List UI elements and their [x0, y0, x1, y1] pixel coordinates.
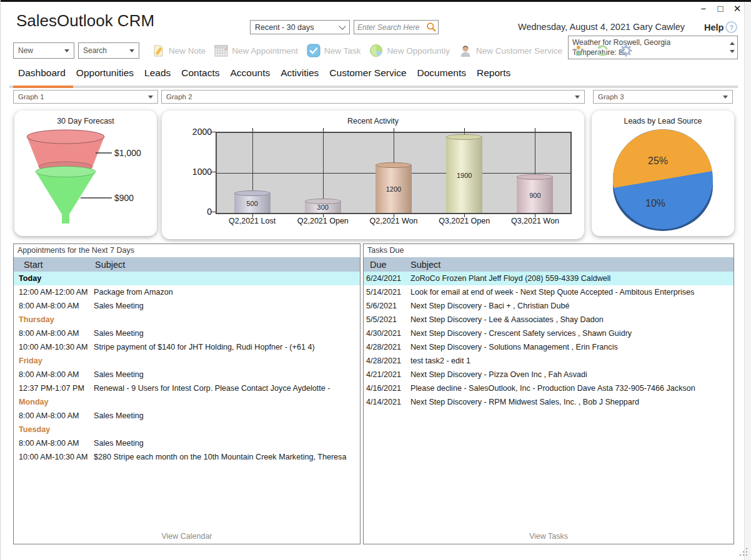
task-row[interactable]: 4/14/2021Next Step Discovery - RPM Midwe… [364, 395, 734, 409]
graph2-selector[interactable]: Graph 2 [161, 90, 585, 104]
task-row[interactable]: 4/21/2021Next Step Discovery - Pizza Ove… [364, 368, 734, 381]
recent-filter-dropdown[interactable]: Recent - 30 days [250, 20, 350, 34]
appointment-row[interactable]: 10:00 AM-10:30 AMStripe payment of $140 … [14, 340, 360, 354]
tab-reports[interactable]: Reports [477, 67, 510, 79]
new-dropdown[interactable]: New [13, 42, 74, 59]
toolbar: New Search New NoteNew AppointmentNew Ta… [13, 41, 633, 60]
new-task-button[interactable]: New Task [307, 44, 361, 57]
task-row[interactable]: 4/30/2021Next Step Discovery - Crescent … [364, 327, 734, 340]
task-subject: Next Step Discovery - RPM Midwest Sales,… [410, 398, 639, 406]
svg-text:25%: 25% [648, 155, 668, 166]
tab-customer-service[interactable]: Customer Service [329, 67, 406, 79]
appointment-start: 8:00 AM-8:00 AM [14, 370, 94, 379]
minimize-button[interactable]: − [698, 3, 709, 14]
graph1-selector[interactable]: Graph 1 [13, 90, 158, 104]
task-row[interactable]: 5/6/2021Next Step Discovery - Baci + , C… [364, 299, 734, 313]
task-row[interactable]: 6/24/2021ZoRoCo Frozen Plant Jeff Floyd … [364, 272, 734, 285]
bar-value-label: 500 [234, 200, 271, 207]
refresh-icon[interactable] [595, 44, 610, 57]
maximize-button[interactable]: □ [715, 3, 726, 14]
window-top-edge [1, 0, 751, 2]
tab-leads[interactable]: Leads [144, 67, 171, 79]
tab-accounts[interactable]: Accounts [230, 67, 270, 79]
group-icon[interactable] [572, 44, 585, 57]
bar-chart-title: Recent Activity [162, 117, 584, 125]
tasks-panel: Tasks Due Due Subject 6/24/2021ZoRoCo Fr… [363, 243, 734, 544]
appointment-row[interactable]: 8:00 AM-8:00 AMSales Meeting [14, 368, 360, 381]
gear-icon[interactable] [619, 44, 633, 57]
appointment-row[interactable]: 8:00 AM-8:00 AMSales Meeting [14, 299, 360, 313]
search-dropdown[interactable]: Search [78, 42, 139, 59]
pie-chart: 25% 10% [602, 128, 724, 237]
appointment-day-row[interactable]: Today [14, 272, 360, 285]
appointment-day-row[interactable]: Tuesday [14, 423, 360, 436]
appointment-row[interactable]: 10:00 AM-10:30 AM$280 Stripe each month … [14, 450, 360, 464]
scroll-down-icon[interactable] [730, 50, 735, 53]
bar-q3-2021-open: 1900 [446, 137, 482, 213]
appointment-start: 10:00 AM-10:30 AM [14, 453, 94, 461]
scroll-up-icon[interactable] [730, 42, 735, 45]
appointment-day-row[interactable]: Thursday [14, 313, 360, 327]
resize-grip[interactable] [740, 548, 749, 557]
appointment-day-row[interactable]: Monday [14, 395, 360, 409]
view-tasks-link[interactable]: View Tasks [364, 532, 734, 541]
app-title: SalesOutlook CRM [16, 11, 154, 31]
task-row[interactable]: 5/5/2021Next Step Discovery - Lee & Aass… [364, 313, 734, 327]
new-opportuntiy-button[interactable]: New Opportuntiy [369, 44, 450, 57]
column-due[interactable]: Due [364, 260, 410, 270]
y-axis-label: 2000 [186, 127, 212, 137]
svg-text:$900: $900 [114, 193, 134, 203]
column-start[interactable]: Start [14, 260, 95, 270]
bar-category-label: Q3,2021 Won [494, 217, 575, 225]
column-subject[interactable]: Subject [95, 260, 125, 270]
appointment-row[interactable]: 12:00 AM-12:00 AMPackage from Amazon [14, 285, 360, 299]
help-button[interactable]: Help ? [704, 21, 737, 33]
appointment-row[interactable]: 8:00 AM-8:00 AMSales Meeting [14, 409, 360, 423]
pie-chart-title: Leads by Lead Source [592, 117, 734, 125]
search-box [354, 20, 439, 34]
tab-contacts[interactable]: Contacts [181, 67, 219, 79]
search-input[interactable] [354, 23, 426, 32]
column-subject[interactable]: Subject [410, 260, 440, 270]
search-icon[interactable] [426, 22, 437, 32]
task-row[interactable]: 4/28/2021Next Step Discovery - Solutions… [364, 340, 734, 354]
new-customer-service-button[interactable]: New Customer Service [459, 44, 562, 57]
dropdown-arrow-icon [129, 49, 134, 52]
new-appointment-button[interactable]: New Appointment [214, 44, 298, 57]
task-subject: Next Step Discovery - Solutions Manageme… [410, 343, 618, 351]
appointment-row[interactable]: 8:00 AM-8:00 AMSales Meeting [14, 327, 360, 340]
y-axis-label: 0 [186, 207, 212, 217]
bar-category-label: Q2,2021 Won [353, 217, 434, 225]
tasks-column-header: Due Subject [364, 257, 734, 272]
right-scroll-strip[interactable] [744, 2, 751, 560]
task-due-date: 5/6/2021 [364, 302, 410, 310]
task-subject: Next Step Discovery - Pizza Oven Inc , F… [410, 370, 587, 379]
view-calendar-link[interactable]: View Calendar [14, 532, 360, 541]
appointment-row[interactable]: 8:00 AM-8:00 AMSales Meeting [14, 436, 360, 450]
task-row[interactable]: 5/14/2021Look for email at end of week -… [364, 285, 734, 299]
bar-category-label: Q2,2021 Lost [212, 217, 293, 225]
task-row[interactable]: 4/16/2021Please decline - SalesOutlook, … [364, 381, 734, 395]
graph1-label: Graph 1 [18, 93, 44, 101]
y-axis-tick [211, 132, 216, 132]
appointment-start: 12:00 AM-12:00 AM [14, 288, 94, 297]
bar-q2-2021-won: 1200 [376, 165, 412, 213]
new-note-button[interactable]: New Note [152, 44, 206, 57]
bar-value-label: 900 [517, 192, 553, 199]
tab-opportunities[interactable]: Opportunities [76, 67, 134, 79]
appointment-row[interactable]: 12:37 PM-1:07 PMRenewal - 9 Users for In… [14, 381, 360, 395]
bar-chart-plot: 50030012001900900 [216, 132, 572, 214]
lead-source-pie-card: Leads by Lead Source 25% 10% [592, 111, 734, 236]
tab-dashboard[interactable]: Dashboard [18, 67, 66, 79]
tab-documents[interactable]: Documents [417, 67, 466, 79]
bar-value-label: 1200 [376, 185, 412, 193]
task-row[interactable]: 4/28/2021test task2 - edit 1 [364, 354, 734, 368]
tasks-rows: 6/24/2021ZoRoCo Frozen Plant Jeff Floyd … [364, 272, 734, 409]
close-button[interactable]: ✕ [732, 3, 743, 14]
appointment-subject: Sales Meeting [94, 329, 144, 338]
graph3-selector[interactable]: Graph 3 [593, 90, 733, 104]
tab-activities[interactable]: Activities [281, 67, 319, 79]
funnel-chart: $1,000 $900 [17, 128, 152, 235]
appointment-day-row[interactable]: Friday [14, 354, 360, 368]
window-controls: − □ ✕ [698, 3, 743, 14]
